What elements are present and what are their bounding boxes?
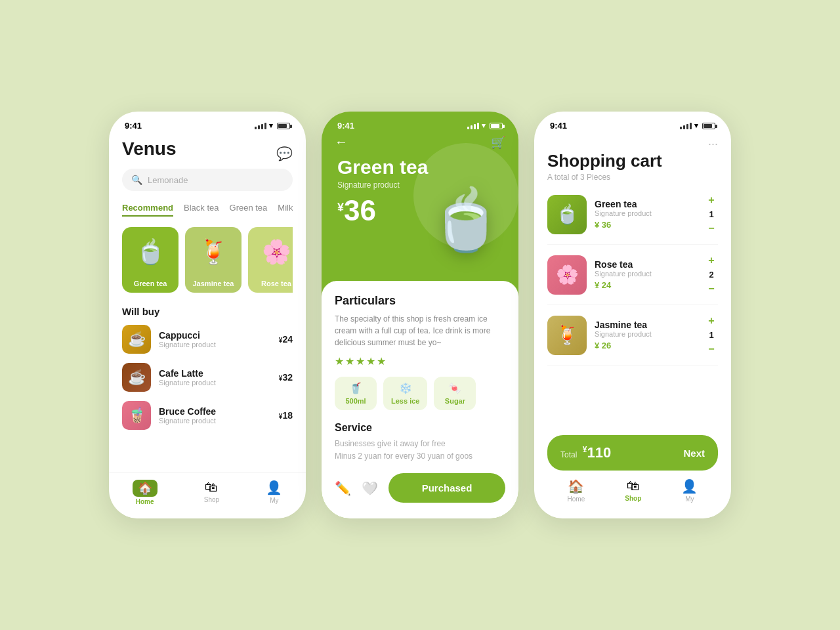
name-bruce: Bruce Coffee <box>159 406 271 417</box>
name-latte: Cafe Latte <box>159 368 271 379</box>
nav3-my-icon: 👤 <box>681 478 698 494</box>
featured-products: 🍵 Green tea 🍹 Jasmine tea 🌸 Rose tea <box>122 227 293 293</box>
price-value: 36 <box>344 194 376 226</box>
back-button[interactable]: ← <box>335 135 348 150</box>
status-bar-3: 9:41 ▾ <box>534 112 731 135</box>
cart-title: Shopping cart <box>547 151 718 171</box>
cart-item-greentea: 🍵 Green tea Signature product ¥ 36 + 1 − <box>547 194 718 245</box>
nav-my-1[interactable]: 👤 My <box>266 480 282 505</box>
decrease-greentea[interactable]: − <box>705 222 718 235</box>
option-size[interactable]: 🥤 500ml <box>335 377 377 410</box>
qty-controls-rose: + 2 − <box>705 254 718 295</box>
cart-sub-rose: Signature product <box>595 270 697 278</box>
currency-symbol: ¥ <box>337 201 344 213</box>
product-card-rose[interactable]: 🌸 Rose tea <box>248 227 293 293</box>
time-3: 9:41 <box>550 121 567 131</box>
increase-rose[interactable]: + <box>705 254 718 267</box>
cart-footer: Total ¥110 Next 🏠 Home 🛍 Shop � <box>534 429 731 518</box>
search-icon: 🔍 <box>131 175 142 185</box>
next-button[interactable]: Next <box>683 448 705 459</box>
increase-jasmine[interactable]: + <box>705 314 718 327</box>
sub-cappucci: Signature product <box>159 341 271 348</box>
nav3-home[interactable]: 🏠 Home <box>568 478 585 503</box>
tab-blacktea[interactable]: Black tea <box>184 203 219 217</box>
product-name-greentea: Green tea <box>134 277 167 287</box>
service-text: Businesses give it away for free Minus 2… <box>335 438 505 463</box>
total-amount: 110 <box>587 444 612 461</box>
total-price-display: ¥110 <box>583 444 611 461</box>
battery-icon-2 <box>490 123 503 129</box>
product-img-greentea: 🍵 <box>131 232 170 272</box>
phones-container: 9:41 ▾ Venus 💬 🔍 Lemonade <box>109 112 731 518</box>
message-icon[interactable]: 💬 <box>276 146 293 161</box>
cart-sub-greentea: Signature product <box>595 209 697 217</box>
status-icons-1: ▾ <box>255 121 290 130</box>
name-cappucci: Cappucci <box>159 330 271 341</box>
qty-rose: 2 <box>709 270 713 280</box>
total-section: Total ¥110 <box>560 444 611 461</box>
cart-info-rose: Rose tea Signature product ¥ 24 <box>595 259 697 290</box>
stars-rating: ★★★★★ <box>335 355 505 368</box>
product-name-jasmine: Jasmine tea <box>193 277 234 287</box>
nav3-shop[interactable]: 🛍 Shop <box>625 478 641 503</box>
product-card-greentea[interactable]: 🍵 Green tea <box>122 227 178 293</box>
drink-emoji: 🍵 <box>429 186 503 255</box>
my-icon: 👤 <box>266 480 282 495</box>
heart-icon[interactable]: 🤍 <box>362 480 378 496</box>
list-item-cappucci[interactable]: ☕ Cappucci Signature product ¥24 <box>122 325 293 354</box>
cart-sub-jasmine: Signature product <box>595 330 697 338</box>
edit-icon[interactable]: ✏️ <box>335 480 351 496</box>
info-bruce: Bruce Coffee Signature product <box>159 406 271 425</box>
cart-img-greentea: 🍵 <box>556 203 579 225</box>
cart-img-jasmine: 🍹 <box>556 324 579 346</box>
increase-greentea[interactable]: + <box>705 194 718 207</box>
cart-item-rose: 🌸 Rose tea Signature product ¥ 24 + 2 − <box>547 254 718 305</box>
size-label: 500ml <box>345 397 366 405</box>
status-bar-1: 9:41 ▾ <box>109 112 306 135</box>
cart-price-jasmine: ¥ 26 <box>595 341 697 350</box>
signal-icon-3 <box>680 123 692 129</box>
sugar-label: Sugar <box>445 397 465 405</box>
particulars-text: The specialty of this shop is fresh crea… <box>335 313 505 348</box>
more-button[interactable]: ··· <box>708 137 718 151</box>
status-bar-2: 9:41 ▾ <box>322 112 518 135</box>
tab-recommend[interactable]: Recommend <box>122 203 173 217</box>
nav3-shop-label: Shop <box>625 495 641 502</box>
cart-price-rose: ¥ 24 <box>595 280 697 290</box>
phone-cart: 9:41 ▾ ··· Shopping cart A total of 3 Pi… <box>534 112 731 518</box>
search-placeholder: Lemonade <box>148 175 188 185</box>
option-sugar[interactable]: 🍬 Sugar <box>434 377 476 410</box>
sugar-icon: 🍬 <box>448 382 461 394</box>
search-bar[interactable]: 🔍 Lemonade <box>122 169 293 191</box>
nav-label-my: My <box>270 497 278 504</box>
product-card-jasmine[interactable]: 🍹 Jasmine tea <box>185 227 242 293</box>
list-item-bruce[interactable]: 🧋 Bruce Coffee Signature product ¥18 <box>122 401 293 430</box>
cart-name-rose: Rose tea <box>595 259 697 270</box>
product-img-jasmine: 🍹 <box>194 232 233 272</box>
app-title: Venus <box>122 138 176 159</box>
info-cappucci: Cappucci Signature product <box>159 330 271 348</box>
nav3-my[interactable]: 👤 My <box>681 478 698 503</box>
bottom-nav-3: 🏠 Home 🛍 Shop 👤 My <box>547 476 718 505</box>
nav3-my-label: My <box>685 495 694 503</box>
decrease-rose[interactable]: − <box>705 282 718 295</box>
home-icon: 🏠 <box>138 482 152 495</box>
phone-home: 9:41 ▾ Venus 💬 🔍 Lemonade <box>109 112 306 518</box>
nav-shop-1[interactable]: 🛍 Shop <box>204 480 219 505</box>
signal-icon-2 <box>467 123 479 129</box>
tab-milky[interactable]: Milky t <box>278 203 293 217</box>
cart-info-greentea: Green tea Signature product ¥ 36 <box>595 199 697 230</box>
tab-greentea[interactable]: Green tea <box>230 203 268 217</box>
purchased-button[interactable]: Purchased <box>388 473 505 503</box>
option-ice[interactable]: ❄️ Less ice <box>383 377 427 410</box>
wifi-icon: ▾ <box>269 121 273 130</box>
list-item-latte[interactable]: ☕ Cafe Latte Signature product ¥32 <box>122 363 293 392</box>
bottom-nav-1: 🏠 Home 🛍 Shop 👤 My <box>109 472 306 518</box>
decrease-jasmine[interactable]: − <box>705 343 718 356</box>
nav-home-1[interactable]: 🏠 Home <box>133 480 158 505</box>
sub-bruce: Signature product <box>159 417 271 425</box>
sub-latte: Signature product <box>159 379 271 387</box>
time-1: 9:41 <box>125 121 142 131</box>
wifi-icon-2: ▾ <box>482 121 486 130</box>
nav-label-home: Home <box>136 498 154 505</box>
